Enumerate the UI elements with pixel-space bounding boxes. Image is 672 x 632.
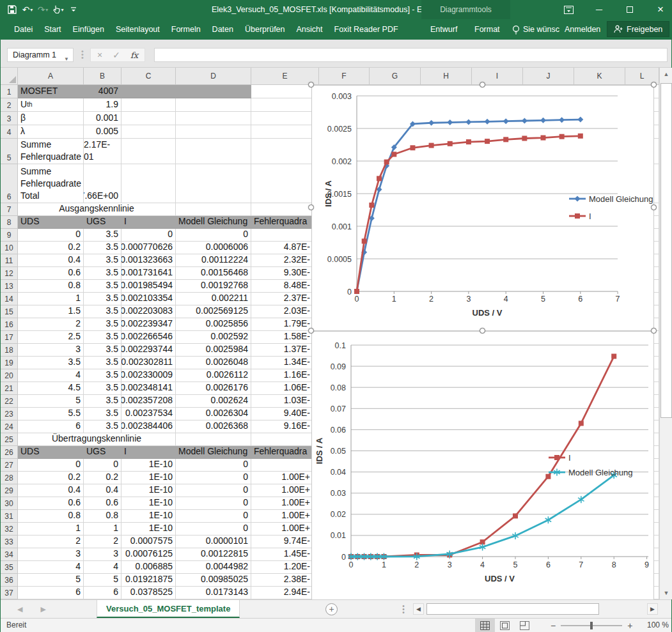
save-icon[interactable]: [6, 3, 19, 17]
cell-B18[interactable]: 3.5: [84, 344, 121, 357]
cell-A8[interactable]: UDS: [18, 216, 84, 229]
tab-foxit-reader-pdf[interactable]: Foxit Reader PDF: [329, 19, 404, 40]
cell-C2[interactable]: [121, 98, 176, 112]
zoom-slider-thumb[interactable]: [590, 622, 593, 629]
cell-A33[interactable]: 2: [18, 536, 84, 548]
row-header-28[interactable]: 28: [1, 472, 18, 484]
cell-D18[interactable]: 0.0025984: [176, 344, 251, 357]
cell-C12[interactable]: 0.001731641: [121, 267, 176, 280]
row-header-13[interactable]: 13: [1, 280, 18, 293]
undo-button[interactable]: ↶▾: [21, 3, 34, 17]
row-header-29[interactable]: 29: [1, 484, 18, 497]
cell-E12[interactable]: 9.30E-: [251, 267, 319, 280]
cell-B5[interactable]: 2.17E-01: [84, 139, 121, 164]
row-header-20[interactable]: 20: [1, 369, 18, 382]
row-header-4[interactable]: 4: [1, 125, 18, 139]
row-header-34[interactable]: 34: [1, 548, 18, 561]
row-header-8[interactable]: 8: [1, 216, 18, 229]
cell-D25[interactable]: [176, 433, 251, 446]
legend[interactable]: Modell GleichungI: [569, 194, 653, 221]
cell-D8[interactable]: Modell Gleichung: [176, 216, 251, 229]
cell-E25[interactable]: [251, 433, 319, 446]
cell-D15[interactable]: 0.002569125: [176, 305, 251, 318]
col-header-C[interactable]: C: [121, 68, 176, 85]
cell-A31[interactable]: 0.8: [18, 510, 84, 523]
cell-B10[interactable]: 3.5: [84, 242, 121, 254]
cell-A25-merged[interactable]: Übertragungskennlinie: [18, 433, 176, 446]
col-header-J[interactable]: J: [523, 68, 574, 85]
confirm-entry-icon[interactable]: ✓: [113, 50, 120, 60]
col-header-K[interactable]: K: [574, 68, 625, 85]
cell-A19[interactable]: 3.5: [18, 357, 84, 369]
x-axis-title[interactable]: UDS / V: [485, 574, 515, 583]
cell-B33[interactable]: 2: [84, 536, 121, 548]
col-header-F[interactable]: F: [319, 68, 370, 85]
tabbar-drag-dots[interactable]: •••: [401, 605, 406, 614]
cell-E4[interactable]: [251, 125, 319, 139]
cell-C6[interactable]: [121, 164, 176, 203]
col-header-B[interactable]: B: [84, 68, 121, 85]
touch-mode-button[interactable]: ▾: [52, 3, 65, 17]
sheet-next-icon[interactable]: ▶: [40, 605, 45, 613]
row-header-18[interactable]: 18: [1, 344, 18, 357]
cell-D35[interactable]: 0.0044982: [176, 561, 251, 574]
cell-E13[interactable]: 8.48E-: [251, 280, 319, 293]
cell-B4[interactable]: 0.005: [84, 125, 121, 139]
cell-C18[interactable]: 0.002293744: [121, 344, 176, 357]
tab-ansicht[interactable]: Ansicht: [291, 19, 329, 40]
cell-C32[interactable]: 1E-10: [121, 523, 176, 536]
cell-B34[interactable]: 3: [84, 548, 121, 561]
cell-C21[interactable]: 0.002348141: [121, 382, 176, 395]
page-break-view-icon[interactable]: [515, 619, 535, 632]
cell-D11[interactable]: 0.00112224: [176, 254, 251, 267]
cell-C5[interactable]: [121, 139, 176, 164]
series-modell-gleichung[interactable]: [348, 472, 617, 560]
row-header-36[interactable]: 36: [1, 574, 18, 587]
cell-D1[interactable]: [176, 85, 251, 98]
selection-handle[interactable]: [308, 82, 314, 88]
cell-C37[interactable]: 0.0378525: [121, 587, 176, 599]
cell-B35[interactable]: 4: [84, 561, 121, 574]
cell-A35[interactable]: 4: [18, 561, 84, 574]
cell-D13[interactable]: 0.00192768: [176, 280, 251, 293]
page-layout-view-icon[interactable]: [495, 619, 515, 632]
col-header-D[interactable]: D: [176, 68, 251, 85]
tab-formeln[interactable]: Formeln: [166, 19, 207, 40]
selection-handle[interactable]: [480, 328, 485, 334]
cell-A14[interactable]: 1: [18, 293, 84, 305]
col-header-G[interactable]: G: [370, 68, 421, 85]
cell-B2[interactable]: 1.9: [84, 98, 121, 112]
cell-E24[interactable]: 9.16E-: [251, 420, 319, 433]
cell-B8[interactable]: UGS: [84, 216, 121, 229]
customize-qat-button[interactable]: [67, 3, 80, 17]
row-header-26[interactable]: 26: [1, 446, 18, 459]
name-box-caret-icon[interactable]: ▼: [64, 53, 69, 66]
row-header-16[interactable]: 16: [1, 318, 18, 331]
cell-C24[interactable]: 0.002384406: [121, 420, 176, 433]
row-header-1[interactable]: 1: [1, 85, 18, 98]
selection-handle[interactable]: [480, 82, 485, 88]
cell-A10[interactable]: 0.2: [18, 242, 84, 254]
row-header-25[interactable]: 25: [1, 433, 18, 446]
cell-E20[interactable]: 1.16E-: [251, 369, 319, 382]
cell-B12[interactable]: 3.5: [84, 267, 121, 280]
sheet-tab-active[interactable]: Versuch_05_MOSFET_template: [97, 600, 240, 618]
row-header-35[interactable]: 35: [1, 561, 18, 574]
cell-D4[interactable]: [176, 125, 251, 139]
row-header-23[interactable]: 23: [1, 408, 18, 420]
cell-A1[interactable]: MOSFET: [18, 85, 84, 98]
cell-E23[interactable]: 9.40E-: [251, 408, 319, 420]
cell-C17[interactable]: 0.002266546: [121, 331, 176, 344]
tab-einf-gen[interactable]: Einfügen: [67, 19, 110, 40]
row-header-2[interactable]: 2: [1, 98, 18, 112]
row-header-12[interactable]: 12: [1, 267, 18, 280]
formula-input[interactable]: [154, 48, 668, 62]
y-axis-title[interactable]: IDS / A: [315, 437, 324, 464]
cell-C30[interactable]: 1E-10: [121, 497, 176, 510]
cell-B15[interactable]: 3.5: [84, 305, 121, 318]
cell-B22[interactable]: 3.5: [84, 395, 121, 408]
cell-D24[interactable]: 0.0026368: [176, 420, 251, 433]
redo-caret-icon[interactable]: ▾: [45, 7, 48, 13]
insert-function-icon[interactable]: fx: [130, 50, 138, 60]
row-header-30[interactable]: 30: [1, 497, 18, 510]
